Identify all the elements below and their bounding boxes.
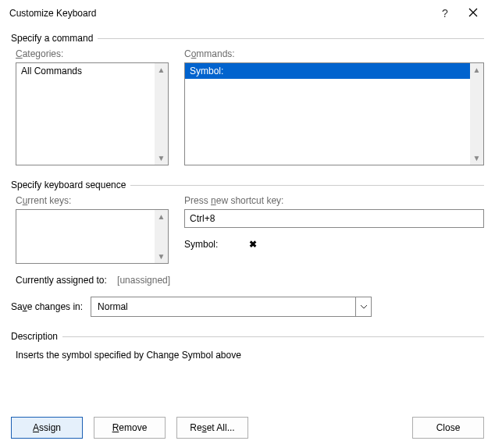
remove-button[interactable]: Remove — [94, 417, 166, 439]
chevron-down-icon[interactable] — [355, 297, 371, 316]
new-shortcut-input[interactable] — [184, 209, 484, 228]
currently-assigned-label: Currently assigned to: — [16, 275, 107, 286]
categories-listbox[interactable]: All Commands ▲ ▼ — [16, 62, 169, 165]
close-icon[interactable] — [459, 7, 487, 20]
scroll-down-icon[interactable]: ▼ — [470, 151, 483, 165]
scrollbar[interactable]: ▲ ▼ — [155, 63, 168, 165]
commands-label: Commands: — [184, 48, 484, 59]
symbol-glyph-icon: ✖ — [249, 239, 257, 250]
currently-assigned-value: [unassigned] — [117, 275, 170, 286]
scrollbar[interactable]: ▲ ▼ — [470, 63, 483, 165]
save-changes-combo[interactable]: Normal — [91, 297, 372, 317]
description-label: Description — [11, 331, 62, 342]
scroll-down-icon[interactable]: ▼ — [155, 151, 168, 165]
current-keys-label: Current keys: — [16, 195, 169, 206]
assign-button[interactable]: Assign — [11, 417, 83, 439]
symbol-label: Symbol: — [184, 239, 218, 250]
specify-sequence-label: Specify keyboard sequence — [11, 180, 130, 190]
scroll-up-icon[interactable]: ▲ — [155, 210, 168, 223]
reset-all-button[interactable]: Reset All... — [176, 417, 248, 439]
specify-command-label: Specify a command — [11, 33, 98, 44]
commands-listbox[interactable]: Symbol: ▲ ▼ — [184, 62, 484, 165]
close-button[interactable]: Close — [412, 417, 484, 439]
scroll-up-icon[interactable]: ▲ — [155, 63, 168, 76]
scrollbar[interactable]: ▲ ▼ — [155, 210, 168, 263]
scroll-up-icon[interactable]: ▲ — [470, 63, 483, 76]
current-keys-listbox[interactable]: ▲ ▼ — [16, 209, 169, 264]
description-text: Inserts the symbol specified by Change S… — [11, 350, 484, 361]
dialog-title: Customize Keyboard — [9, 8, 96, 19]
save-changes-label: Save changes in: — [11, 301, 83, 312]
list-item[interactable]: All Commands — [16, 63, 155, 79]
save-changes-value: Normal — [91, 301, 355, 312]
list-item[interactable]: Symbol: — [185, 63, 470, 79]
new-shortcut-label: Press new shortcut key: — [184, 195, 484, 206]
categories-label: Categories: — [16, 48, 169, 59]
scroll-down-icon[interactable]: ▼ — [155, 250, 168, 263]
help-button[interactable]: ? — [431, 7, 459, 20]
